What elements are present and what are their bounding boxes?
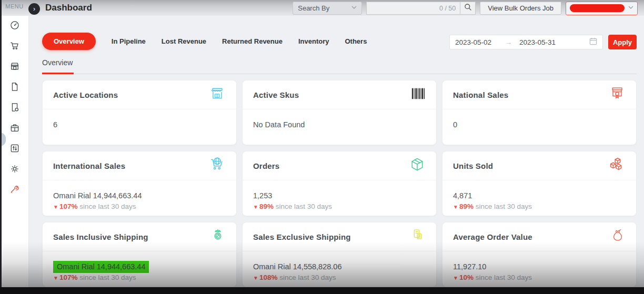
card-value: Omani Rial 14,558,828.06: [253, 262, 426, 271]
briefcase-calendar-icon: [9, 123, 20, 135]
date-start-value[interactable]: 2023-05-02: [455, 38, 491, 46]
tab-returned-revenue[interactable]: Returned Revenue: [222, 37, 283, 45]
card-title: Orders: [253, 161, 279, 170]
report-icon: [9, 102, 20, 115]
menu-label: MENU: [0, 3, 29, 9]
sidebar-item-store[interactable]: [0, 57, 29, 77]
sidebar-icons: [0, 16, 29, 200]
card-orders: Orders 1,253 ▼89% since last 30 days: [242, 151, 437, 216]
date-arrow-icon: →: [505, 38, 512, 46]
main-tabs: Overview In Pipeline Lost Revenue Return…: [42, 32, 367, 50]
card-delta-caption: since last 30 days: [279, 273, 336, 281]
package-box-icon: [409, 156, 426, 175]
card-value: No Data Found: [253, 120, 426, 129]
chevron-down-icon: [628, 6, 633, 11]
down-triangle-icon: ▼: [53, 204, 58, 210]
card-delta-caption: since last 30 days: [79, 273, 136, 281]
search-by-select[interactable]: Search By: [293, 2, 362, 15]
dashboard-app: MENU Dashboard Search By 0 / 50: [0, 0, 644, 294]
card-national-sales: National Sales 0: [442, 80, 637, 145]
card-delta: 10%: [459, 273, 474, 281]
card-title: National Sales: [453, 90, 508, 99]
search-group: 0 / 50: [366, 2, 476, 15]
dashboard-gauge-icon: [9, 20, 20, 33]
sidebar-collapse-toggle[interactable]: ›: [28, 3, 40, 15]
store-icon: [9, 61, 20, 74]
highlighted-value: Omani Rial 14,944,663.44: [53, 261, 149, 273]
card-delta-caption: since last 30 days: [276, 202, 332, 210]
tab-lost-revenue[interactable]: Lost Revenue: [162, 37, 206, 45]
subtab-row: Overview: [42, 58, 637, 74]
search-icon: [464, 3, 472, 13]
card-title: International Sales: [53, 161, 125, 170]
search-button[interactable]: [460, 2, 476, 15]
sidebar-item-settings[interactable]: [0, 159, 29, 180]
tools-wrench-icon: [9, 184, 20, 197]
date-filter-bar: 2023-05-02 → 2023-05-31 Apply: [449, 35, 637, 49]
left-dark-edge: [0, 0, 2, 294]
card-sales-exclusive-shipping: Sales Exclusive Shipping Omani Rial 14,5…: [242, 222, 437, 287]
money-bag-icon: [610, 227, 626, 246]
card-value: 6: [53, 120, 226, 129]
sidebar-item-dashboard[interactable]: [0, 16, 29, 36]
adjustments-icon: [9, 143, 20, 156]
down-triangle-icon: ▼: [453, 204, 458, 210]
card-value: Omani Rial 14,944,663.44: [53, 262, 226, 271]
sidebar: [0, 16, 29, 294]
sidebar-item-orders[interactable]: [0, 36, 29, 57]
barcode-icon: [411, 87, 426, 103]
card-title: Sales Inclusive Shipping: [53, 232, 148, 241]
user-name-redacted-pill: [570, 4, 625, 12]
tab-in-pipeline[interactable]: In Pipeline: [112, 37, 146, 45]
tab-others[interactable]: Others: [345, 37, 367, 45]
card-delta: 89%: [259, 202, 274, 210]
view-bulk-orders-button[interactable]: View Bulk Orders Job: [480, 2, 561, 15]
card-delta-caption: since last 30 days: [79, 202, 136, 210]
view-bulk-orders-label: View Bulk Orders Job: [488, 4, 554, 12]
card-active-locations: Active Locations 6: [42, 80, 237, 145]
card-title: Sales Exclusive Shipping: [253, 232, 351, 241]
card-international-sales: International Sales Omani Rial 14,944,66…: [42, 151, 237, 216]
card-value: 1,253: [253, 191, 426, 200]
subtab-overview[interactable]: Overview: [42, 58, 74, 74]
tab-overview[interactable]: Overview: [42, 33, 96, 50]
search-input[interactable]: [371, 4, 439, 12]
date-end-value[interactable]: 2023-05-31: [519, 38, 556, 46]
receipts-icon: [410, 227, 426, 246]
tab-inventory[interactable]: Inventory: [298, 37, 329, 45]
card-active-skus: Active Skus No Data Found: [242, 80, 437, 145]
down-triangle-icon: ▼: [53, 275, 58, 281]
apply-button[interactable]: Apply: [608, 35, 637, 49]
storefront-icon: [209, 85, 226, 104]
down-triangle-icon: ▼: [253, 204, 258, 210]
page-title: Dashboard: [45, 3, 92, 13]
sidebar-item-documents[interactable]: [0, 77, 29, 98]
card-delta: 89%: [459, 202, 474, 210]
card-sales-inclusive-shipping: Sales Inclusive Shipping Omani Rial 14,9…: [42, 222, 237, 287]
cubes-icon: [608, 156, 626, 176]
topbar-controls: Search By 0 / 50 View Bulk Orders Job: [293, 2, 638, 15]
down-triangle-icon: ▼: [253, 275, 258, 281]
sidebar-item-reports[interactable]: [0, 98, 29, 118]
globe-cart-icon: [208, 156, 226, 176]
user-dropdown[interactable]: [566, 2, 638, 15]
shopping-cart-icon: [9, 40, 20, 53]
search-by-label: Search By: [298, 4, 329, 12]
bottom-black-bar: [0, 287, 644, 294]
document-icon: [9, 82, 20, 94]
storefront-ribbon-icon: [609, 85, 626, 104]
settings-gear-icon: [9, 164, 20, 176]
sidebar-item-tools[interactable]: [0, 180, 29, 200]
card-title: Average Order Value: [453, 232, 532, 241]
card-delta-caption: since last 30 days: [476, 202, 532, 210]
date-range-picker[interactable]: 2023-05-02 → 2023-05-31: [449, 35, 603, 49]
top-bar: MENU Dashboard Search By 0 / 50: [0, 0, 644, 16]
medal-icon: [210, 227, 226, 246]
search-field: 0 / 50: [366, 2, 460, 15]
calendar-icon: [589, 37, 597, 47]
card-value: 11,927.10: [453, 262, 626, 271]
card-delta: 107%: [59, 202, 78, 210]
down-triangle-icon: ▼: [453, 275, 458, 281]
card-title: Active Skus: [253, 90, 299, 99]
card-value: Omani Rial 14,944,663.44: [53, 191, 226, 200]
